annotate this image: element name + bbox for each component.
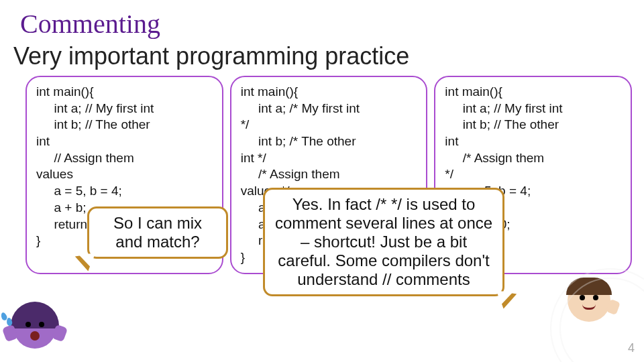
speech-bubble-right: Yes. In fact /* */ is used to comment se… (263, 188, 504, 296)
avatar-left (13, 306, 56, 349)
worried-face-icon (13, 306, 56, 349)
slide-subtitle: Very important programming practice (0, 40, 644, 70)
slide-title: Commenting (0, 0, 644, 40)
speech-bubble-left: So I can mix and match? (87, 206, 228, 259)
page-number: 4 (628, 341, 635, 355)
